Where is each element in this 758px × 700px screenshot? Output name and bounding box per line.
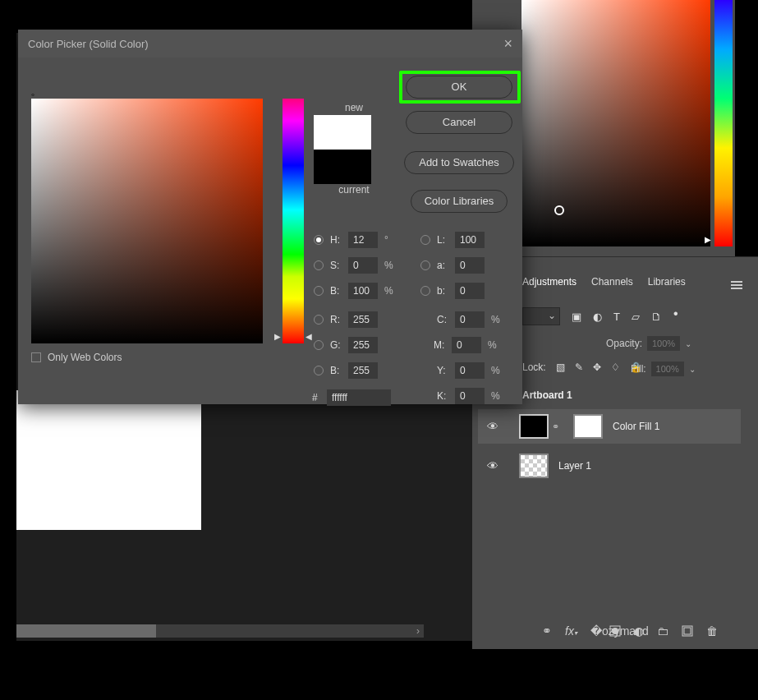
layer-thumbnail[interactable] bbox=[519, 454, 549, 478]
l-radio[interactable] bbox=[420, 235, 430, 245]
panel-menu-icon[interactable] bbox=[731, 281, 742, 289]
group-icon[interactable]: 🗀 bbox=[657, 624, 668, 638]
close-icon[interactable]: × bbox=[503, 35, 512, 53]
adjust-filter-icon[interactable]: ◐ bbox=[593, 311, 602, 323]
dialog-title: Color Picker (Solid Color) bbox=[28, 38, 149, 50]
opacity-input[interactable]: 100% bbox=[647, 336, 680, 351]
smart-filter-icon[interactable]: 🗋 bbox=[651, 311, 662, 323]
c-input[interactable]: 0 bbox=[455, 311, 485, 328]
lock-position-icon[interactable]: ✥ bbox=[593, 362, 601, 373]
type-filter-icon[interactable]: T bbox=[613, 311, 620, 323]
add-mask-icon[interactable] bbox=[609, 625, 621, 637]
b-lab-input[interactable]: 0 bbox=[455, 283, 485, 299]
h-radio[interactable] bbox=[314, 235, 324, 245]
hue-slider[interactable] bbox=[283, 99, 304, 343]
k-label: K: bbox=[437, 390, 452, 402]
layer-link-icon[interactable]: ⚭ bbox=[550, 421, 560, 432]
horizontal-scrollbar-thumb[interactable] bbox=[16, 624, 156, 638]
layer-fx-icon[interactable]: fx▾ bbox=[565, 624, 577, 638]
artboard-content[interactable] bbox=[16, 390, 201, 530]
layer-visibility-icon[interactable]: 👁 bbox=[478, 420, 508, 433]
layer-row-layer1[interactable]: 👁 Layer 1 bbox=[478, 449, 741, 483]
h-label: H: bbox=[330, 234, 345, 246]
fill-dropdown-icon[interactable]: ⌄ bbox=[689, 365, 696, 374]
layers-footer2: ◐ 🗀 🗑 bbox=[609, 624, 718, 638]
r-radio[interactable] bbox=[314, 315, 324, 325]
artboard-name[interactable]: Artboard 1 bbox=[522, 389, 572, 401]
b-lab-label: b: bbox=[437, 285, 452, 297]
blend-mode-dropdown[interactable] bbox=[522, 307, 560, 325]
lock-artboard-icon[interactable]: ♢ bbox=[611, 362, 620, 373]
layer-mask-thumbnail[interactable] bbox=[573, 414, 603, 439]
color-picker-dialog: Color Picker (Solid Color) × ◦ ▶ ◀ new c… bbox=[18, 30, 522, 404]
a-input[interactable]: 0 bbox=[455, 257, 485, 274]
adjustment-layer-icon[interactable]: ◐ bbox=[634, 624, 644, 638]
sv-cursor-icon: ◦ bbox=[31, 89, 34, 100]
layer-thumbnail[interactable] bbox=[519, 414, 549, 439]
layer-name[interactable]: Layer 1 bbox=[558, 460, 591, 472]
b-hsb-unit: % bbox=[384, 285, 393, 297]
h-input[interactable]: 12 bbox=[348, 232, 378, 248]
fill-label: Fill: bbox=[631, 363, 646, 375]
tab-libraries[interactable]: Libraries bbox=[648, 276, 686, 288]
layer-name[interactable]: Color Fill 1 bbox=[613, 421, 659, 432]
b-lab-radio[interactable] bbox=[420, 286, 430, 296]
fill-input[interactable]: 100% bbox=[651, 362, 684, 376]
new-color-swatch[interactable] bbox=[314, 115, 371, 150]
link-layers-icon[interactable]: ⚭ bbox=[542, 624, 552, 638]
g-radio[interactable] bbox=[314, 340, 324, 350]
m-label: M: bbox=[434, 339, 448, 351]
b-rgb-radio[interactable] bbox=[314, 366, 324, 375]
r-input[interactable]: 255 bbox=[348, 311, 378, 328]
color-libraries-button[interactable]: Color Libraries bbox=[411, 190, 508, 213]
hex-input[interactable]: ffffff bbox=[327, 389, 391, 406]
s-radio[interactable] bbox=[314, 260, 324, 270]
cancel-button[interactable]: Cancel bbox=[406, 111, 512, 134]
current-color-label: current bbox=[325, 184, 383, 196]
horizontal-scrollbar-right[interactable]: › bbox=[412, 624, 424, 638]
layer-visibility-icon[interactable]: 👁 bbox=[478, 459, 508, 472]
b-hsb-radio[interactable] bbox=[314, 286, 324, 296]
a-label: a: bbox=[437, 260, 452, 271]
lock-label: Lock: bbox=[522, 362, 546, 373]
m-unit: % bbox=[488, 339, 497, 351]
lock-pixels-icon[interactable]: ▧ bbox=[556, 362, 565, 373]
ok-button[interactable]: OK bbox=[406, 76, 512, 99]
tab-channels[interactable]: Channels bbox=[591, 276, 633, 288]
s-input[interactable]: 0 bbox=[348, 257, 378, 274]
y-label: Y: bbox=[437, 365, 452, 376]
pixel-filter-icon[interactable]: • bbox=[673, 306, 678, 321]
lock-brush-icon[interactable]: ✎ bbox=[575, 362, 583, 373]
bg-sv-field[interactable] bbox=[521, 0, 710, 246]
b-hsb-label: B: bbox=[330, 285, 345, 297]
svg-rect-3 bbox=[684, 628, 691, 634]
b-rgb-input[interactable]: 255 bbox=[348, 362, 378, 379]
opacity-dropdown-icon[interactable]: ⌄ bbox=[685, 339, 691, 348]
k-input[interactable]: 0 bbox=[455, 388, 485, 404]
bg-hue-strip[interactable] bbox=[714, 0, 733, 246]
panel-tabs: Adjustments Channels Libraries bbox=[522, 276, 686, 288]
l-input[interactable]: 100 bbox=[455, 232, 485, 248]
current-color-swatch[interactable] bbox=[314, 150, 371, 184]
shape-filter-icon[interactable]: ▱ bbox=[632, 311, 640, 323]
g-label: G: bbox=[330, 339, 345, 351]
new-layer-icon[interactable] bbox=[682, 625, 693, 637]
layer-filter-icons: ▣ ◐ T ▱ 🗋 • bbox=[572, 309, 678, 324]
image-filter-icon[interactable]: ▣ bbox=[572, 311, 581, 323]
h-unit: ° bbox=[384, 234, 388, 246]
l-label: L: bbox=[437, 234, 452, 246]
hue-indicator-left: ▶ bbox=[274, 332, 281, 341]
tab-adjustments[interactable]: Adjustments bbox=[522, 276, 577, 288]
g-input[interactable]: 255 bbox=[348, 337, 378, 353]
y-input[interactable]: 0 bbox=[455, 362, 485, 379]
hex-label: # bbox=[312, 392, 324, 403]
a-radio[interactable] bbox=[420, 260, 430, 270]
delete-icon[interactable]: 🗑 bbox=[706, 624, 718, 638]
add-swatches-button[interactable]: Add to Swatches bbox=[404, 151, 514, 174]
m-input[interactable]: 0 bbox=[452, 337, 481, 353]
layer-row-color-fill[interactable]: 👁 ⚭ Color Fill 1 bbox=[478, 409, 741, 444]
dialog-titlebar[interactable]: Color Picker (Solid Color) × bbox=[18, 30, 522, 58]
only-web-checkbox[interactable] bbox=[31, 352, 41, 362]
b-hsb-input[interactable]: 100 bbox=[348, 283, 378, 299]
saturation-value-field[interactable] bbox=[31, 99, 263, 343]
